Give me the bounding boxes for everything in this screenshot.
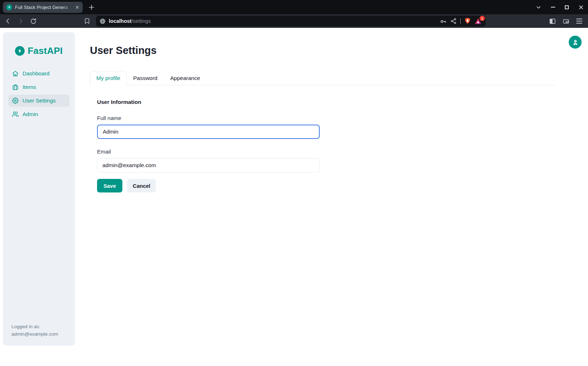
browser-tab[interactable]: Full Stack Project Genera [3,2,83,13]
sidebar-item-items[interactable]: Items [8,81,70,93]
sidebar-item-user-settings[interactable]: User Settings [8,95,70,107]
full-name-input[interactable] [97,125,320,139]
url-host: localhost [109,18,132,24]
logged-in-email: admin@example.com [11,331,70,338]
browser-tab-bar: Full Stack Project Genera [0,0,588,14]
brave-rewards-icon[interactable]: 1 [475,18,482,25]
logged-in-footer: Logged in as: admin@example.com [3,323,75,346]
new-tab-button[interactable] [88,4,95,11]
reload-button[interactable] [30,18,37,25]
fastapi-bolt-icon [15,46,25,56]
brave-shield-icon[interactable] [464,17,471,25]
profile-panel: User Information Full name Email Save Ca… [90,85,555,192]
toolbar-right-group [549,18,588,25]
browser-window: Full Stack Project Genera [0,0,588,366]
maximize-button[interactable] [565,5,569,9]
home-icon [12,70,19,77]
logged-in-label: Logged in as: [11,323,70,331]
forward-button[interactable] [17,17,24,25]
sidebar-item-admin[interactable]: Admin [8,108,70,120]
app-page: FastAPI Dashboard Items User Settings A [0,28,588,366]
fastapi-logo: FastAPI [3,45,75,56]
browser-toolbar: i localhost/settings 1 [0,14,588,28]
site-info-icon[interactable]: i [100,19,105,24]
users-icon [12,111,19,117]
close-window-button[interactable] [578,5,584,10]
key-icon[interactable] [440,18,447,25]
main-content: User Settings My profile Password Appear… [75,28,588,366]
back-button[interactable] [4,17,11,25]
gear-icon [12,97,19,104]
fastapi-favicon-icon [6,4,12,10]
tab-password[interactable]: Password [127,71,164,85]
tab-my-profile[interactable]: My profile [90,71,127,85]
sidebar-item-label: Items [22,84,36,90]
rewards-badge: 1 [480,16,485,21]
section-title: User Information [97,99,555,105]
fastapi-logo-text: FastAPI [27,45,62,56]
tab-appearance[interactable]: Appearance [164,71,207,85]
wallet-icon[interactable] [563,18,569,25]
sidebar-item-dashboard[interactable]: Dashboard [8,67,70,80]
tab-search-chevron-icon[interactable] [536,5,541,10]
tab-title: Full Stack Project Genera [15,5,72,10]
divider [460,18,461,24]
cancel-button[interactable]: Cancel [127,179,156,192]
menu-icon[interactable] [576,19,582,24]
sidebar: FastAPI Dashboard Items User Settings A [3,32,75,346]
settings-tabs: My profile Password Appearance [90,71,555,85]
window-controls [536,5,588,10]
bookmark-icon[interactable] [84,18,90,24]
form-actions: Save Cancel [97,179,555,192]
tab-close-icon[interactable] [75,5,80,10]
page-title: User Settings [90,45,555,56]
share-icon[interactable] [450,18,457,24]
url-path: /settings [132,18,151,24]
sidebar-item-label: Dashboard [22,70,50,77]
minimize-button[interactable] [551,7,555,7]
address-bar[interactable]: i localhost/settings 1 [96,16,486,26]
briefcase-icon [12,84,19,90]
full-name-label: Full name [97,115,555,121]
email-label: Email [97,149,555,155]
url-text[interactable]: localhost/settings [109,18,151,24]
sidebar-nav: Dashboard Items User Settings Admin [3,67,75,120]
side-panel-icon[interactable] [549,18,556,25]
email-input[interactable] [97,158,320,172]
save-button[interactable]: Save [97,179,122,192]
sidebar-item-label: Admin [22,111,38,117]
sidebar-item-label: User Settings [22,97,56,104]
